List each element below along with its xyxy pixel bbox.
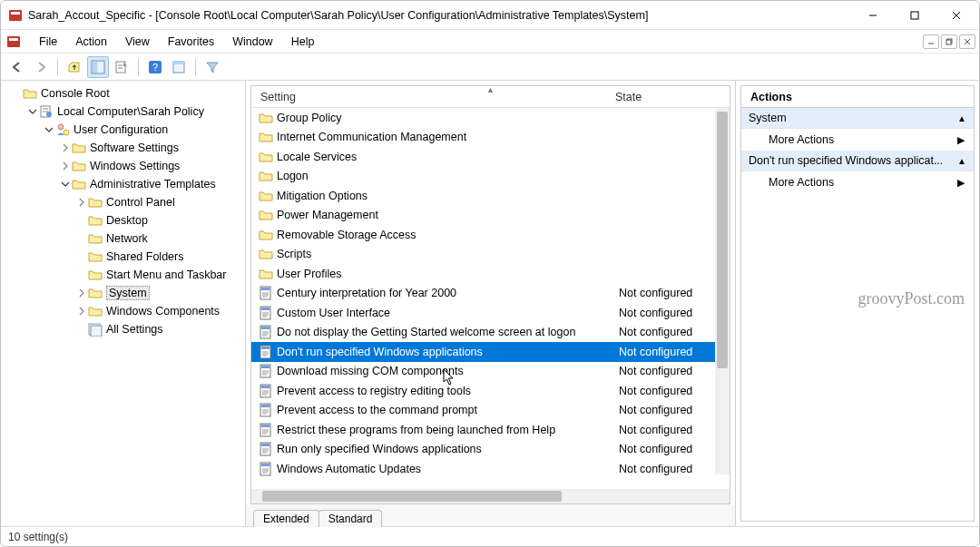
collapse-icon[interactable]: ▲ [957, 113, 966, 123]
toolbar: ? [1, 54, 979, 81]
list-row[interactable]: Locale Services [251, 147, 730, 167]
column-state[interactable]: State [612, 91, 730, 103]
show-hide-tree-button[interactable] [87, 56, 109, 78]
list-row[interactable]: Removable Storage Access [251, 225, 730, 245]
expand-icon[interactable] [26, 105, 39, 118]
list-row[interactable]: Group Policy [251, 108, 730, 128]
list-row[interactable]: User Profiles [251, 264, 730, 284]
view-tabs: Extended Standard [246, 504, 735, 526]
mdi-restore-button[interactable] [941, 34, 957, 49]
list-row[interactable]: Century interpretation for Year 2000Not … [251, 284, 730, 304]
menu-help[interactable]: Help [282, 33, 324, 51]
vertical-scrollbar[interactable] [715, 108, 730, 474]
maximize-button[interactable] [894, 2, 936, 29]
mdi-minimize-button[interactable] [923, 34, 939, 49]
setting-state: Not configured [619, 385, 730, 397]
list-row[interactable]: Restrict these programs from being launc… [251, 420, 730, 440]
tree-item[interactable]: Control Panel [1, 193, 245, 211]
tree-item[interactable]: Network [1, 230, 245, 248]
setting-name: Logon [277, 170, 619, 182]
list-row[interactable]: Run only specified Windows applicationsN… [251, 440, 730, 460]
filter-button[interactable] [201, 56, 223, 78]
expand-icon[interactable] [75, 232, 88, 245]
help-button[interactable]: ? [144, 56, 166, 78]
expand-icon[interactable] [43, 123, 55, 136]
mdi-close-button[interactable] [959, 34, 975, 49]
list-row[interactable]: Mitigation Options [251, 186, 730, 206]
svg-text:?: ? [152, 62, 158, 73]
tree-item[interactable]: Start Menu and Taskbar [1, 266, 245, 284]
expand-icon[interactable] [59, 142, 72, 154]
svg-rect-32 [261, 288, 270, 290]
setting-icon [259, 364, 273, 378]
setting-name: Mitigation Options [277, 190, 619, 202]
action-group-label: System [749, 112, 787, 124]
expand-icon[interactable] [75, 287, 88, 299]
list-row[interactable]: Windows Automatic UpdatesNot configured [251, 459, 730, 479]
action-group-header[interactable]: Don't run specified Windows applicat...▲ [741, 151, 974, 171]
properties-button[interactable] [168, 56, 190, 78]
tree-item[interactable]: Desktop [1, 211, 245, 230]
list-row[interactable]: Prevent access to the command promptNot … [251, 401, 730, 421]
close-button[interactable] [936, 2, 977, 29]
up-level-button[interactable] [64, 56, 85, 78]
tree-item[interactable]: User Configuration [1, 121, 245, 139]
list-header[interactable]: ▲ Setting State [251, 86, 730, 108]
policy-icon [39, 104, 54, 119]
expand-icon[interactable] [59, 178, 72, 190]
folder-icon [88, 195, 103, 210]
list-row[interactable]: Logon [251, 167, 730, 187]
expand-icon[interactable] [75, 250, 88, 263]
expand-icon[interactable] [75, 269, 88, 281]
tree-item[interactable]: Administrative Templates [1, 175, 245, 193]
tree-item[interactable]: All Settings [1, 320, 245, 338]
tree-item-label: Software Settings [90, 142, 179, 154]
menubar: File Action View Favorites Window Help [1, 30, 979, 54]
expand-icon[interactable] [75, 214, 88, 227]
expand-icon[interactable] [59, 160, 72, 172]
minimize-button[interactable] [852, 2, 894, 29]
menu-view[interactable]: View [116, 33, 159, 51]
list-row[interactable]: Scripts [251, 245, 730, 265]
tree-item[interactable]: Shared Folders [1, 248, 245, 266]
list-row[interactable]: Custom User InterfaceNot configured [251, 303, 730, 323]
setting-icon [259, 345, 273, 359]
tree-item-label: User Configuration [74, 123, 168, 136]
column-setting[interactable]: Setting [251, 91, 612, 103]
expand-icon[interactable] [10, 87, 23, 100]
collapse-icon[interactable]: ▲ [957, 156, 966, 166]
tab-extended[interactable]: Extended [253, 510, 319, 527]
setting-icon [259, 462, 273, 476]
tree-pane[interactable]: Console RootLocal Computer\Sarah PolicyU… [1, 81, 246, 526]
list-row[interactable]: Download missing COM componentsNot confi… [251, 362, 730, 382]
tree-item[interactable]: System [1, 284, 245, 302]
tree-item[interactable]: Console Root [1, 84, 245, 103]
list-row[interactable]: Prevent access to registry editing tools… [251, 381, 730, 401]
tree-item[interactable]: Software Settings [1, 139, 245, 157]
forward-button[interactable] [30, 56, 52, 78]
action-item[interactable]: More Actions▶ [741, 171, 974, 193]
menu-favorites[interactable]: Favorites [159, 33, 223, 51]
export-list-button[interactable] [111, 56, 132, 78]
action-item[interactable]: More Actions▶ [741, 129, 974, 151]
menu-window[interactable]: Window [223, 33, 281, 51]
action-item-label: More Actions [769, 133, 834, 146]
action-group-header[interactable]: System▲ [741, 108, 974, 129]
expand-icon[interactable] [75, 305, 88, 317]
tab-standard[interactable]: Standard [318, 510, 383, 527]
list-row[interactable]: Internet Communication Management [251, 128, 730, 148]
tree-item[interactable]: Local Computer\Sarah Policy [1, 103, 245, 121]
horizontal-scrollbar[interactable] [251, 489, 730, 503]
menu-file[interactable]: File [30, 33, 66, 51]
list-row[interactable]: Power Management [251, 206, 730, 226]
list-row[interactable]: Do not display the Getting Started welco… [251, 323, 730, 343]
list-row[interactable]: Don't run specified Windows applications… [251, 342, 730, 362]
expand-icon[interactable] [75, 323, 88, 336]
setting-state: Not configured [619, 326, 730, 338]
menu-action[interactable]: Action [66, 33, 116, 51]
tree-item[interactable]: Windows Components [1, 302, 245, 320]
tree-item[interactable]: Windows Settings [1, 157, 245, 175]
back-button[interactable] [6, 56, 28, 78]
expand-icon[interactable] [75, 196, 88, 209]
folder-icon [259, 208, 273, 222]
